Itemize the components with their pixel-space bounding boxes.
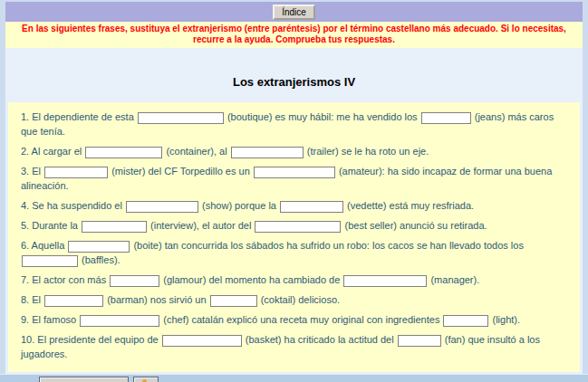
sentence-text: 9. El famoso <box>21 314 79 325</box>
sentence-text: (interview), el autor del <box>148 220 254 231</box>
answer-input[interactable] <box>68 241 130 253</box>
answer-input[interactable] <box>210 295 257 307</box>
sentence-text: 4. Se ha suspendido el <box>21 200 125 211</box>
exercise-item: 6. Aquella (boite) tan concurrida los sá… <box>21 238 567 267</box>
sentence-text: 6. Aquella <box>21 240 67 251</box>
answer-input[interactable] <box>80 315 159 327</box>
answer-input[interactable] <box>231 147 304 158</box>
answer-input[interactable] <box>421 112 471 124</box>
answer-input[interactable] <box>44 167 108 178</box>
answer-input[interactable] <box>162 335 242 347</box>
page-frame: Índice En las siguientes frases, sustitu… <box>5 2 583 375</box>
main-area: Los extranjerismos IV 1. El dependiente … <box>5 48 583 375</box>
answer-input[interactable] <box>343 275 427 287</box>
sentence-text: (trailer) se le ha roto un eje. <box>304 146 429 157</box>
page-title: Los extranjerismos IV <box>5 75 583 89</box>
sentence-text: 5. Durante la <box>21 220 81 231</box>
answer-input[interactable] <box>110 275 159 287</box>
sentence-text: 10. El presidente del equipo de <box>21 334 161 345</box>
sentence-text: (barman) nos sirvió un <box>104 294 209 305</box>
exercise-item: 4. Se ha suspendido el (show) porque la … <box>21 198 567 213</box>
exercise-item: 5. Durante la (interview), el autor del … <box>21 218 567 233</box>
exercise-box: 1. El dependiente de esta (boutique) es … <box>8 102 580 372</box>
sentence-text: (baffles). <box>79 254 120 265</box>
partial-button[interactable] <box>39 377 129 382</box>
sentence-text: (vedette) está muy resfriada. <box>344 200 474 211</box>
sentence-text: (boite) tan concurrida los sábados ha su… <box>130 240 524 251</box>
instructions-banner: En las siguientes frases, sustituya el e… <box>5 22 583 48</box>
sentence-text: (boutique) es muy hábil: me ha vendido l… <box>225 111 420 122</box>
sentence-text: (chef) catalán explicó una receta muy or… <box>160 314 442 325</box>
sentence-text: 3. El <box>21 166 43 177</box>
answer-input[interactable] <box>280 201 343 213</box>
sentence-text: 2. Al cargar el <box>21 146 84 157</box>
sentence-text: (manager). <box>428 274 479 285</box>
sentence-text: (mister) del CF Torpedillo es un <box>109 166 253 177</box>
sentence-text: (basket) ha criticado la actitud del <box>243 334 397 345</box>
answer-input[interactable] <box>44 295 103 307</box>
sentence-text: (container), al <box>163 146 229 157</box>
sentence-text: 1. El dependiente de esta <box>21 111 137 122</box>
answer-input[interactable] <box>138 112 224 124</box>
answer-input[interactable] <box>85 147 162 158</box>
exercise-item: 10. El presidente del equipo de (basket)… <box>21 332 567 361</box>
sentence-text: (coktail) delicioso. <box>258 294 340 305</box>
answer-input[interactable] <box>22 255 78 267</box>
exercise-item: 9. El famoso (chef) catalán explicó una … <box>21 312 567 327</box>
answer-input[interactable] <box>254 167 335 178</box>
sentence-text: (best seller) anunció su retirada. <box>342 220 487 231</box>
sentence-text: (glamour) del momento ha cambiado de <box>160 274 342 285</box>
sentence-text: 8. El <box>21 294 43 305</box>
sentence-text: (light). <box>489 314 520 325</box>
partial-help-button[interactable] <box>133 377 159 382</box>
exercise-item: 3. El (mister) del CF Torpedillo es un (… <box>21 164 567 193</box>
answer-input[interactable] <box>82 221 147 233</box>
exercise-item: 8. El (barman) nos sirvió un (coktail) d… <box>21 292 567 307</box>
exercise-item: 2. Al cargar el (container), al (trailer… <box>21 144 567 158</box>
answer-input[interactable] <box>443 315 488 327</box>
header-bar: Índice <box>5 2 583 22</box>
exercise-page: Índice En las siguientes frases, sustitu… <box>0 0 588 382</box>
bottom-frame-strip <box>0 374 588 382</box>
index-button[interactable]: Índice <box>273 5 315 20</box>
answer-input[interactable] <box>255 221 341 233</box>
answer-input[interactable] <box>398 335 441 347</box>
sentence-text: 7. El actor con más <box>21 274 109 285</box>
answer-input[interactable] <box>126 201 198 213</box>
exercise-item: 7. El actor con más (glamour) del moment… <box>21 272 567 287</box>
sentence-text: (show) porque la <box>199 200 279 211</box>
exercise-item: 1. El dependiente de esta (boutique) es … <box>21 110 567 138</box>
